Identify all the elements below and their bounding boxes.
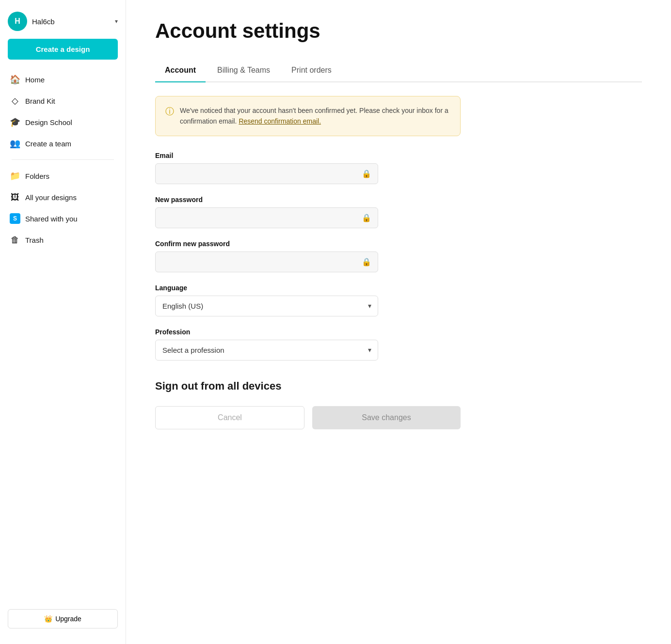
sign-out-section: Sign out from all devices Cancel Save ch… bbox=[155, 380, 461, 429]
upgrade-label: Upgrade bbox=[55, 615, 81, 623]
sidebar-footer: 👑 Upgrade bbox=[0, 601, 126, 636]
sidebar-item-shared-label: Shared with you bbox=[25, 215, 78, 223]
sidebar-item-brand-kit-label: Brand Kit bbox=[25, 97, 55, 105]
all-designs-icon: 🖼 bbox=[10, 192, 20, 203]
info-icon: ⓘ bbox=[165, 106, 174, 127]
chevron-down-icon: ▾ bbox=[115, 18, 118, 25]
action-buttons: Cancel Save changes bbox=[155, 406, 461, 429]
new-password-input[interactable] bbox=[155, 207, 378, 228]
email-label: Email bbox=[155, 152, 378, 159]
profession-select[interactable]: Select a profession Designer Developer M… bbox=[155, 340, 378, 361]
create-team-icon: 👥 bbox=[10, 138, 20, 149]
sidebar-item-create-team-label: Create a team bbox=[25, 140, 71, 148]
email-input[interactable] bbox=[155, 163, 378, 184]
account-form: Email 🔒 New password 🔒 Confirm new passw… bbox=[155, 152, 378, 361]
sidebar-nav: 🏠 Home ◇ Brand Kit 🎓 Design School 👥 Cre… bbox=[0, 69, 126, 251]
sidebar-item-folders-label: Folders bbox=[25, 172, 49, 180]
avatar: H bbox=[8, 12, 27, 31]
sidebar-item-shared[interactable]: S Shared with you bbox=[4, 208, 122, 229]
sidebar-item-home[interactable]: 🏠 Home bbox=[4, 69, 122, 90]
user-menu[interactable]: H Hal6cb ▾ bbox=[0, 8, 126, 39]
sidebar-item-brand-kit[interactable]: ◇ Brand Kit bbox=[4, 91, 122, 111]
language-select[interactable]: English (US) English (UK) Spanish French… bbox=[155, 296, 378, 316]
profession-label: Profession bbox=[155, 328, 378, 336]
trash-icon: 🗑 bbox=[10, 235, 20, 245]
confirm-password-input-wrapper: 🔒 bbox=[155, 251, 378, 272]
brand-kit-icon: ◇ bbox=[10, 95, 20, 106]
cancel-button[interactable]: Cancel bbox=[155, 406, 304, 429]
shared-badge-icon: S bbox=[10, 213, 20, 224]
sidebar: H Hal6cb ▾ Create a design 🏠 Home ◇ Bran… bbox=[0, 0, 126, 644]
alert-banner: ⓘ We've noticed that your account hasn't… bbox=[155, 96, 461, 136]
sidebar-item-trash-label: Trash bbox=[25, 236, 44, 244]
language-select-wrapper: English (US) English (UK) Spanish French… bbox=[155, 296, 378, 316]
sidebar-divider bbox=[12, 159, 114, 160]
confirm-password-input[interactable] bbox=[155, 251, 378, 272]
new-password-lock-icon: 🔒 bbox=[362, 213, 371, 222]
upgrade-button[interactable]: 👑 Upgrade bbox=[8, 609, 118, 628]
design-school-icon: 🎓 bbox=[10, 117, 20, 127]
save-changes-button[interactable]: Save changes bbox=[312, 406, 461, 429]
confirm-password-lock-icon: 🔒 bbox=[362, 257, 371, 267]
language-field-group: Language English (US) English (UK) Spani… bbox=[155, 284, 378, 316]
profession-select-wrapper: Select a profession Designer Developer M… bbox=[155, 340, 378, 361]
sidebar-item-design-school-label: Design School bbox=[25, 118, 72, 126]
folders-icon: 📁 bbox=[10, 171, 20, 181]
sign-out-title: Sign out from all devices bbox=[155, 380, 461, 393]
sidebar-item-all-designs-label: All your designs bbox=[25, 193, 77, 202]
tab-account[interactable]: Account bbox=[155, 60, 206, 81]
sidebar-item-all-designs[interactable]: 🖼 All your designs bbox=[4, 187, 122, 207]
new-password-label: New password bbox=[155, 196, 378, 204]
upgrade-icon: 👑 bbox=[44, 615, 52, 623]
tab-print-orders[interactable]: Print orders bbox=[282, 60, 341, 81]
sidebar-item-create-team[interactable]: 👥 Create a team bbox=[4, 133, 122, 154]
profession-field-group: Profession Select a profession Designer … bbox=[155, 328, 378, 361]
main-content: Account settings Account Billing & Teams… bbox=[126, 0, 671, 644]
home-icon: 🏠 bbox=[10, 74, 20, 85]
sidebar-item-folders[interactable]: 📁 Folders bbox=[4, 166, 122, 186]
email-lock-icon: 🔒 bbox=[362, 169, 371, 178]
email-input-wrapper: 🔒 bbox=[155, 163, 378, 184]
sidebar-item-design-school[interactable]: 🎓 Design School bbox=[4, 112, 122, 132]
create-design-button[interactable]: Create a design bbox=[8, 39, 118, 60]
tabs: Account Billing & Teams Print orders bbox=[155, 60, 642, 82]
new-password-field-group: New password 🔒 bbox=[155, 196, 378, 228]
confirm-password-field-group: Confirm new password 🔒 bbox=[155, 240, 378, 272]
sidebar-item-trash[interactable]: 🗑 Trash bbox=[4, 230, 122, 250]
confirm-password-label: Confirm new password bbox=[155, 240, 378, 248]
sidebar-item-home-label: Home bbox=[25, 76, 45, 84]
user-name: Hal6cb bbox=[32, 17, 110, 26]
new-password-input-wrapper: 🔒 bbox=[155, 207, 378, 228]
language-label: Language bbox=[155, 284, 378, 292]
alert-text: We've noticed that your account hasn't b… bbox=[180, 105, 450, 127]
resend-confirmation-link[interactable]: Resend confirmation email. bbox=[239, 117, 321, 125]
page-title: Account settings bbox=[155, 19, 642, 43]
email-field-group: Email 🔒 bbox=[155, 152, 378, 184]
tab-billing[interactable]: Billing & Teams bbox=[208, 60, 280, 81]
